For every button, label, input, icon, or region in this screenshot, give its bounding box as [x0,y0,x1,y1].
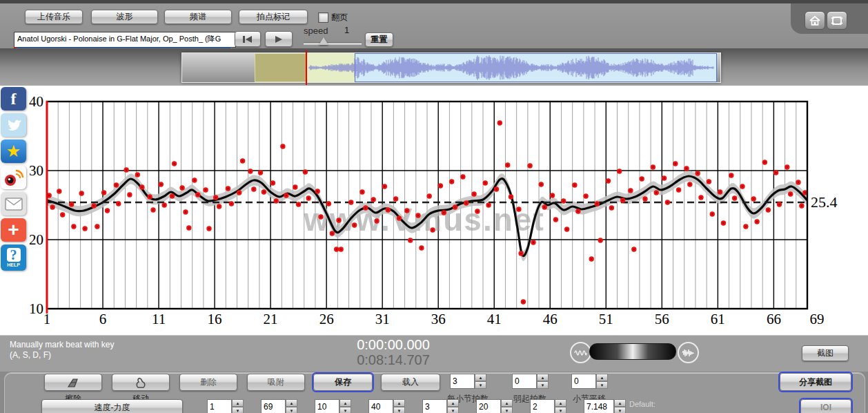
pickup-beats-spinner: ▲▼ [512,374,549,389]
param-7-up[interactable]: ▲ [614,399,626,407]
facebook-share-button[interactable]: f [1,87,26,111]
svg-text:61: 61 [711,311,725,327]
param-2-value[interactable] [315,399,339,413]
home-button[interactable] [805,11,825,30]
param-0-up[interactable]: ▲ [232,399,244,407]
tempo-chart[interactable]: www.Vmus.net25.4161116212631364146515661… [0,86,868,335]
spectrum-button[interactable]: 频谱 [164,10,232,24]
erase-tool-button[interactable] [44,374,102,391]
pickup-beats-up[interactable]: ▲ [537,374,549,381]
mail-icon [5,198,23,211]
bar-shift-value[interactable] [571,374,596,389]
play-icon [274,35,284,44]
beats-per-bar-down[interactable]: ▼ [475,381,486,389]
top-toolbar: 上传音乐 波形 频谱 拍点标记 翻页 Anatol Ugorski - Polo… [0,0,868,52]
save-button[interactable]: 保存 [313,374,373,391]
waveform-overview[interactable] [181,52,721,83]
param-1-up[interactable]: ▲ [286,399,297,407]
skip-start-button[interactable] [235,31,261,47]
param-2-down[interactable]: ▼ [339,407,351,413]
svg-text:69: 69 [810,311,825,327]
wave-zoom-slider[interactable] [589,343,676,360]
param-5-down[interactable]: ▼ [501,407,513,413]
param-7-value[interactable] [584,399,614,413]
screenshot-button[interactable]: 截图 [802,345,849,361]
wave-zoom-in-button[interactable] [678,342,699,363]
svg-text:46: 46 [543,311,558,327]
svg-text:11: 11 [152,311,166,327]
pickup-beats-value[interactable] [512,374,537,389]
share-plus-icon: + [8,219,19,241]
tempo-dynamics-button[interactable]: 速度-力度 [41,399,183,413]
param-4-down[interactable]: ▼ [447,407,459,413]
param-4-spinner: ▲▼ [422,399,459,413]
param-1-spinner: ▲▼ [261,399,297,413]
param-4-value[interactable] [422,399,447,413]
param-3-down[interactable]: ▼ [393,407,405,413]
param-1-down[interactable]: ▼ [286,407,297,413]
param-6-value[interactable] [530,399,555,413]
wave-zoom-out-button[interactable] [570,342,591,363]
help-icon: ? [7,248,21,262]
svg-text:20: 20 [29,231,43,248]
svg-text:51: 51 [599,311,613,327]
twitter-icon [6,118,22,132]
svg-text:30: 30 [29,162,43,179]
twitter-share-button[interactable] [1,113,26,137]
pickup-beats-down[interactable]: ▼ [537,381,549,389]
param-2-up[interactable]: ▲ [339,399,351,407]
reset-button[interactable]: 重置 [365,32,393,47]
speed-slider-thumb[interactable] [319,37,328,45]
help-button[interactable]: ? HELP [1,244,26,271]
vmus-app: { "header": { "buttons": ["上传音乐", "波形", … [0,0,868,413]
speed-slider[interactable] [304,42,362,45]
page-turn-checkbox[interactable] [318,12,328,23]
weibo-icon [3,168,24,187]
param-4-up[interactable]: ▲ [447,399,459,407]
tempo-chart-region[interactable]: www.Vmus.net25.4161116212631364146515661… [0,86,868,335]
svg-text:41: 41 [487,311,502,327]
param-6-up[interactable]: ▲ [555,399,566,407]
waveform-playhead[interactable] [306,50,307,85]
param-5-value[interactable] [476,399,501,413]
svg-text:36: 36 [431,311,446,327]
delete-button[interactable]: 删除 [179,374,237,391]
move-tool-button[interactable] [112,374,170,391]
svg-text:40: 40 [29,93,43,110]
param-7-down[interactable]: ▼ [614,407,626,413]
param-3-up[interactable]: ▲ [393,399,405,407]
param-1-value[interactable] [261,399,286,413]
svg-text:56: 56 [655,311,669,327]
beats-per-bar-up[interactable]: ▲ [475,374,486,381]
qzone-share-button[interactable]: ★ [1,140,26,163]
beats-per-bar-value[interactable] [450,374,475,389]
more-share-button[interactable]: + [1,218,26,242]
snap-button[interactable]: 吸附 [247,374,305,391]
fullscreen-button[interactable] [827,11,847,30]
bar-shift-up[interactable]: ▲ [596,374,608,381]
param-7-spinner: ▲▼ [584,399,626,413]
play-button[interactable] [265,31,293,47]
param-0-value[interactable] [207,399,232,413]
param-5-up[interactable]: ▲ [501,399,513,407]
upload-music-button[interactable]: 上传音乐 [25,10,83,24]
weibo-share-button[interactable] [1,166,26,189]
skip-start-icon [242,35,253,44]
svg-text:10: 10 [29,300,43,317]
home-icon [809,15,821,26]
load-button[interactable]: 载入 [381,374,440,391]
beat-mark-button[interactable]: 拍点标记 [239,10,308,24]
mail-share-button[interactable] [1,192,26,215]
waveform-button[interactable]: 波形 [91,10,158,24]
bar-shift-down[interactable]: ▼ [596,381,608,389]
param-0-spinner: ▲▼ [207,399,244,413]
ioi-button[interactable]: IOI [800,399,851,413]
default-label: Default: [629,400,655,408]
share-screenshot-button[interactable]: 分享截图 [780,373,851,391]
param-0-down[interactable]: ▼ [232,407,244,413]
param-3-value[interactable] [368,399,393,413]
help-label: HELP [7,262,20,269]
param-6-down[interactable]: ▼ [555,407,566,413]
svg-text:1: 1 [43,311,51,327]
song-title-field[interactable]: Anatol Ugorski - Polonaise in G-Flat Maj… [14,32,236,48]
